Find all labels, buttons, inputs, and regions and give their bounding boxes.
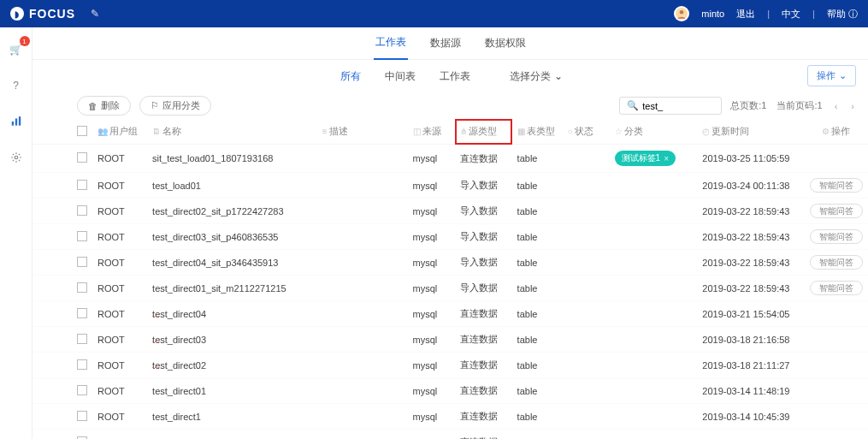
prev-page[interactable]: ‹ (833, 101, 840, 111)
table-row[interactable]: ROOTtest_direct01_sit_m2112271215mysql导入… (32, 276, 868, 301)
row-checkbox[interactable] (77, 257, 87, 267)
table-row[interactable]: ROOTtest_direct01mysql直连数据table2019-03-1… (32, 378, 868, 404)
link-icon: ⋔ (460, 127, 467, 136)
row-checkbox[interactable] (77, 205, 87, 216)
cell-name[interactable]: test_direct03〰 (147, 327, 317, 353)
tab-数据源[interactable]: 数据源 (428, 27, 463, 59)
apply-category-button[interactable]: ⚐ 应用分类 (139, 96, 211, 116)
table-row[interactable]: ROOTtest_direct02_sit_p1722427283mysql导入… (32, 199, 868, 224)
smart-qa-button[interactable]: 智能问答 (810, 229, 863, 244)
table-row[interactable]: ROOTtest_viewmysql直连数据table2019-03-13 17… (32, 430, 868, 440)
search-box[interactable]: 🔍 (619, 97, 722, 115)
edit-icon[interactable]: ✎ (91, 8, 99, 20)
cell-name[interactable]: test_view (147, 430, 317, 440)
row-checkbox[interactable] (77, 436, 87, 440)
row-checkbox[interactable] (77, 308, 87, 318)
cell-name[interactable]: test_direct01 (147, 378, 317, 404)
next-page[interactable]: › (849, 101, 856, 111)
cell-name[interactable]: test_direct04_sit_p346435913 (147, 250, 317, 276)
help-link[interactable]: 帮助 ⓘ (827, 8, 858, 21)
lang-link[interactable]: 中文 (782, 8, 800, 21)
logo[interactable]: ◗ FOCUS (10, 7, 75, 21)
table-row[interactable]: ROOTtest_direct03_sit_p460836535mysql导入数… (32, 224, 868, 250)
smart-qa-button[interactable]: 智能问答 (810, 255, 863, 270)
subtab-中间表[interactable]: 中间表 (383, 66, 417, 87)
row-checkbox[interactable] (77, 334, 87, 344)
select-all-checkbox[interactable] (77, 126, 87, 136)
category-filter[interactable]: 选择分类 ⌄ (510, 69, 563, 84)
cell-category (610, 224, 698, 250)
smart-qa-button[interactable]: 智能问答 (810, 178, 863, 193)
smart-qa-button[interactable]: 智能问答 (810, 281, 863, 295)
table-row[interactable]: ROOTtest_direct1mysql直连数据table2019-03-14… (32, 404, 868, 430)
cell-source: mysql (408, 430, 456, 440)
col-source-type[interactable]: 源类型 (469, 126, 497, 136)
sidenav-settings[interactable] (6, 147, 27, 168)
toolbar: 🗑 删除 ⚐ 应用分类 🔍 总页数:1 当前页码:1 ‹ › (32, 92, 868, 119)
cell-source-type: 导入数据 (455, 224, 511, 250)
row-checkbox[interactable] (77, 282, 87, 293)
cell-group: ROOT (92, 199, 147, 224)
col-user-group[interactable]: 用户组 (109, 126, 138, 136)
sidenav-notifications[interactable]: 🛒 (6, 39, 27, 60)
col-source[interactable]: 来源 (422, 126, 441, 136)
logout-link[interactable]: 退出 (736, 8, 755, 21)
sidenav-worksheet[interactable] (6, 111, 27, 132)
table-row[interactable]: ROOTtest_direct04_sit_p346435913mysql导入数… (32, 250, 868, 276)
search-input[interactable] (642, 101, 711, 111)
cell-status (563, 224, 610, 250)
col-category[interactable]: 分类 (624, 126, 643, 136)
row-checkbox[interactable] (77, 231, 87, 241)
username[interactable]: minto (701, 9, 724, 19)
sidenav-help[interactable]: ? (6, 75, 27, 96)
cell-name[interactable]: test_direct04〰 (147, 301, 317, 327)
subtab-所有[interactable]: 所有 (339, 66, 363, 87)
cell-category: 测试标签1 × (610, 145, 698, 173)
cell-updated: 2019-03-18 21:11:27 (697, 353, 805, 378)
col-table-type[interactable]: 表类型 (527, 126, 555, 136)
col-name[interactable]: 名称 (162, 126, 181, 136)
row-checkbox[interactable] (77, 385, 87, 395)
table-row[interactable]: ROOTtest_direct04〰mysql直连数据table2019-03-… (32, 301, 868, 327)
search-icon: 🔍 (627, 100, 639, 111)
users-icon: 👥 (97, 127, 108, 136)
cell-name[interactable]: test_direct02〰 (147, 353, 317, 378)
table-row[interactable]: ROOTtest_load01mysql导入数据table2019-03-24 … (32, 173, 868, 199)
category-tag[interactable]: 测试标签1 × (615, 151, 676, 166)
smart-qa-button[interactable]: 智能问答 (810, 204, 863, 218)
operations-button[interactable]: 操作 ⌄ (807, 65, 856, 86)
cell-status (563, 327, 610, 353)
row-checkbox[interactable] (77, 359, 87, 370)
cell-name[interactable]: test_direct1 (147, 404, 317, 430)
tab-数据权限[interactable]: 数据权限 (483, 27, 528, 59)
cell-name[interactable]: test_load01 (147, 173, 317, 199)
delete-button[interactable]: 🗑 删除 (77, 96, 131, 116)
table-row[interactable]: ROOTtest_direct03〰mysql直连数据table2019-03-… (32, 327, 868, 353)
row-checkbox[interactable] (77, 180, 87, 190)
subtab-工作表[interactable]: 工作表 (438, 66, 472, 87)
cell-name[interactable]: test_direct02_sit_p1722427283 (147, 199, 317, 224)
cell-desc (317, 327, 408, 353)
current-page: 当前页码:1 (776, 99, 822, 112)
cell-name[interactable]: test_direct01_sit_m2112271215 (147, 276, 317, 301)
cell-name[interactable]: test_direct03_sit_p460836535 (147, 224, 317, 250)
col-updated[interactable]: 更新时间 (712, 126, 749, 136)
tabs-primary: 工作表数据源数据权限 (32, 27, 868, 60)
cell-updated: 2019-03-22 18:59:43 (697, 276, 805, 301)
cell-name[interactable]: sit_test_load01_1807193168 (147, 145, 317, 173)
table-row[interactable]: ROOTsit_test_load01_1807193168mysql直连数据t… (32, 145, 868, 173)
trash-icon: 🗑 (88, 101, 97, 111)
cell-table-type: table (512, 276, 563, 301)
tab-工作表[interactable]: 工作表 (374, 27, 408, 60)
col-status[interactable]: 状态 (575, 126, 593, 136)
row-checkbox[interactable] (77, 411, 87, 421)
close-icon[interactable]: × (664, 154, 669, 163)
cell-category (610, 250, 698, 276)
clock-icon: ◴ (702, 127, 710, 136)
table-row[interactable]: ROOTtest_direct02〰mysql直连数据table2019-03-… (32, 353, 868, 378)
row-checkbox[interactable] (77, 152, 87, 163)
col-desc[interactable]: 描述 (329, 126, 348, 136)
cell-source-type: 直连数据 (455, 378, 511, 404)
avatar[interactable] (674, 6, 689, 21)
cell-group: ROOT (92, 353, 147, 378)
